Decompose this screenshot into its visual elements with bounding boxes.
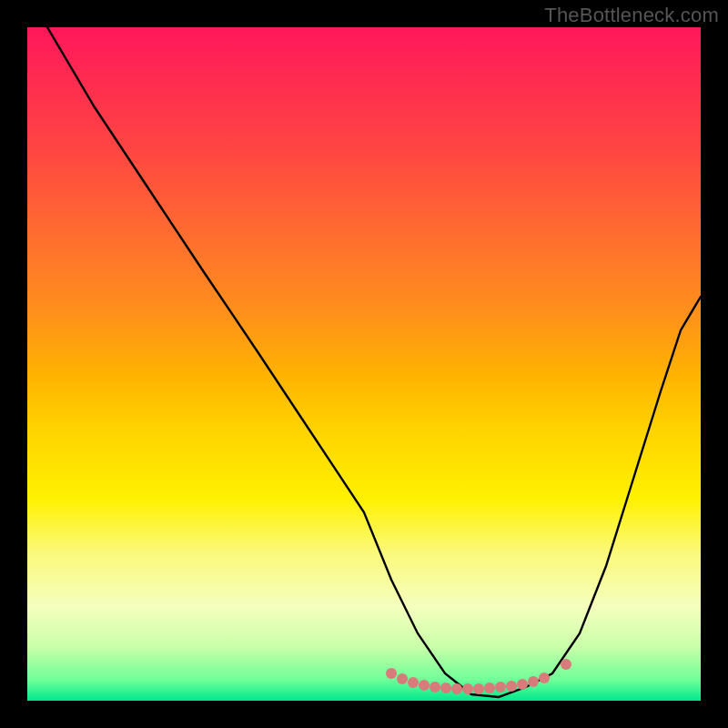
- svg-point-13: [528, 676, 539, 687]
- curve-layer: [27, 27, 701, 701]
- plot-area: [27, 27, 701, 701]
- min-band-dots: [386, 659, 571, 694]
- svg-point-1: [397, 673, 408, 684]
- svg-point-2: [408, 677, 419, 688]
- svg-point-8: [473, 683, 484, 694]
- chart-frame: TheBottleneck.com: [0, 0, 728, 728]
- svg-point-10: [495, 682, 506, 693]
- watermark-text: TheBottleneck.com: [544, 4, 719, 27]
- svg-point-6: [451, 683, 462, 694]
- svg-point-3: [419, 680, 430, 691]
- min-band-end-dot: [561, 659, 571, 670]
- svg-point-5: [440, 682, 451, 693]
- mismatch-curve: [47, 27, 701, 697]
- svg-point-14: [539, 672, 550, 683]
- svg-point-11: [506, 681, 517, 692]
- svg-point-0: [386, 668, 397, 679]
- svg-point-9: [484, 682, 495, 693]
- svg-point-4: [430, 682, 440, 693]
- svg-point-7: [462, 683, 473, 694]
- svg-point-12: [517, 679, 528, 690]
